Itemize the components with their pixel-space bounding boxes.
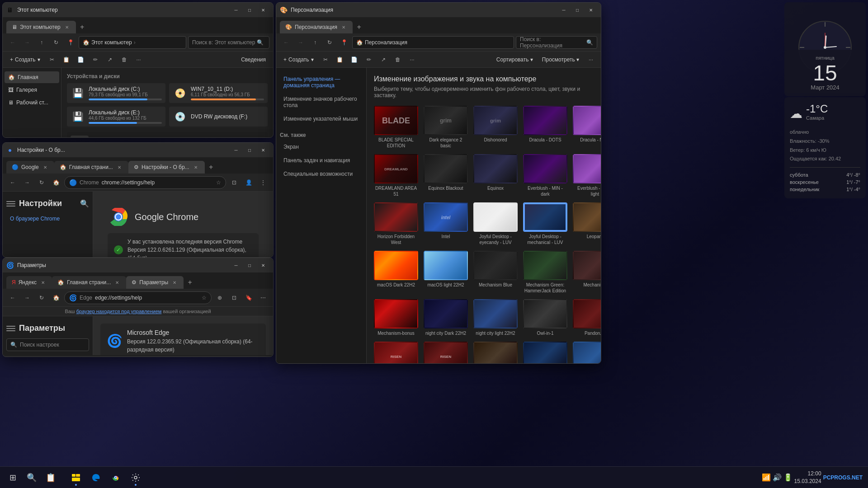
theme-dishonored[interactable]: grim Dishonored [473, 106, 518, 149]
theme-dracula-mac[interactable]: Dracula - MAC [573, 106, 601, 149]
drive-f[interactable]: 💿 DVD RW дисковод (F:) [169, 107, 268, 127]
forward-button[interactable]: → [21, 36, 33, 49]
edge-back[interactable]: ← [6, 291, 19, 304]
start-button[interactable]: ⊞ [4, 469, 22, 487]
theme-intel[interactable]: intel Intel [424, 202, 468, 245]
persona-up[interactable]: ↑ [309, 36, 321, 49]
managed-link[interactable]: браузер находится под управлением [76, 309, 162, 314]
chrome-settings-search-icon[interactable]: 🔍 [80, 199, 89, 208]
edge-home-btn[interactable]: 🏠 [50, 291, 62, 304]
chrome-about-link[interactable]: О браузере Chrome [6, 214, 89, 224]
tray-battery-icon[interactable]: 🔋 [783, 473, 793, 482]
edge-add-fav[interactable]: ⊕ [213, 291, 226, 304]
new-tab-button[interactable]: + [76, 21, 89, 33]
chrome-back[interactable]: ← [6, 176, 19, 189]
persona-delete[interactable]: 🗑 [392, 53, 404, 66]
persona-address-bar[interactable]: 🏠 Персонализация [352, 36, 514, 49]
taskbar-clock[interactable]: 12:00 15.03.2024 [794, 470, 821, 485]
close-button[interactable]: ✕ [257, 5, 269, 14]
theme-macos-dark[interactable]: macOS Dark 22H2 [374, 251, 418, 294]
persona-see-also-taskbar[interactable]: Панель задач и навигация [280, 155, 363, 166]
persona-forward[interactable]: → [294, 36, 307, 49]
persona-back[interactable]: ← [280, 36, 292, 49]
theme-risen-red[interactable]: RISEN Risen red [374, 342, 418, 363]
persona-location[interactable]: 📍 [338, 36, 350, 49]
settings-tab-close[interactable]: ✕ [192, 164, 199, 171]
theme-stealth[interactable]: Stealth-Blue [523, 342, 567, 363]
edge-tab-home[interactable]: 🏠 Главная страни... ✕ [52, 276, 126, 289]
persona-tab[interactable]: 🎨 Персонализация ✕ [280, 21, 353, 33]
persona-tab-close[interactable]: ✕ [340, 23, 347, 31]
rename-button[interactable]: ✏ [89, 53, 102, 66]
theme-everblush-dark[interactable]: Everblush - MIN - dark [523, 154, 567, 197]
edge-settings-close[interactable]: ✕ [171, 279, 178, 286]
theme-mech-blue[interactable]: Mechanism Blue [473, 251, 518, 294]
search-button[interactable]: 🔍 [23, 469, 41, 487]
edge-about-link[interactable]: О программе [6, 355, 89, 355]
chrome-home[interactable]: 🏠 [50, 176, 62, 189]
persona-minimize[interactable]: ─ [557, 5, 570, 14]
sidebar-item-home[interactable]: 🏠 Главная [5, 71, 59, 83]
edge-url-bar[interactable]: 🌀 Edge edge://settings/help ☆ [64, 291, 212, 304]
maximize-button[interactable]: □ [243, 5, 256, 14]
persona-paste[interactable]: 📄 [348, 53, 361, 66]
taskbar-chrome-icon[interactable] [107, 469, 125, 487]
persona-create[interactable]: + Создать ▾ [280, 53, 317, 66]
chrome-tab-home[interactable]: 🏠 Главная страни... ✕ [54, 161, 128, 174]
more-button[interactable]: ··· [132, 53, 145, 66]
taskbar-settings-icon[interactable] [127, 469, 145, 487]
edge-settings-search[interactable]: 🔍 Поиск настроек [6, 338, 89, 351]
persona-see-also-screen[interactable]: Экран [280, 141, 363, 153]
google-tab-close[interactable]: ✕ [42, 164, 49, 171]
persona-more[interactable]: ··· [406, 53, 419, 66]
chrome-new-tab[interactable]: + [205, 161, 217, 174]
cut-button[interactable]: ✂ [46, 53, 58, 66]
chrome-profile[interactable]: 👤 [242, 176, 255, 189]
explorer-tab[interactable]: 🖥 Этот компьютер ✕ [6, 21, 76, 33]
theme-night-dark[interactable]: night city Dark 22H2 [424, 299, 468, 336]
theme-dracula-dots[interactable]: Dracula - DOTS [523, 106, 567, 149]
persona-share[interactable]: ↗ [377, 53, 390, 66]
edge-forward[interactable]: → [21, 291, 33, 304]
theme-blade[interactable]: BLADE BLADE SPECIAL EDITION [374, 106, 418, 149]
theme-leopard[interactable]: Leopard [573, 202, 601, 245]
location-button[interactable]: 📍 [64, 36, 77, 49]
theme-owl[interactable]: Owl-in-1 [523, 299, 567, 336]
chrome-url-bar[interactable]: 🔵 Chrome chrome://settings/help ☆ [64, 176, 226, 189]
theme-mech-green[interactable]: Mechanism Green: HammerJack Edition [523, 251, 567, 294]
edge-workspaces[interactable]: ⊡ [228, 291, 241, 304]
chrome-close[interactable]: ✕ [257, 145, 269, 155]
tab-close-button[interactable]: ✕ [63, 23, 71, 31]
theme-equinox-blackout[interactable]: Equinox Blackout [424, 154, 468, 197]
edge-close[interactable]: ✕ [257, 261, 269, 270]
persona-view[interactable]: Просмотреть ▾ [538, 53, 583, 66]
edge-hamburger-icon[interactable] [6, 324, 15, 333]
theme-night-light[interactable]: night city light 22H2 [473, 299, 518, 336]
sidebar-item-desktop[interactable]: 🖥 Рабочий ст... [5, 97, 59, 108]
sidebar-item-gallery[interactable]: 🖼 Галерея [5, 84, 59, 96]
theme-dreamland[interactable]: DREAMLAND DREAMLAND AREA 51 [374, 154, 418, 197]
persona-sidebar-icons[interactable]: Изменение значков рабочего стола [280, 93, 363, 111]
persona-maximize[interactable]: □ [571, 5, 584, 14]
chrome-tab-google[interactable]: 🔵 Google ✕ [6, 161, 54, 174]
persona-sort[interactable]: Сортировать ▾ [493, 53, 537, 66]
taskbar-edge-icon[interactable] [87, 469, 105, 487]
tray-volume-icon[interactable]: 🔊 [773, 473, 782, 482]
paste-button[interactable]: 📄 [75, 53, 87, 66]
persona-see-also-accessibility[interactable]: Специальные возможности [280, 168, 363, 180]
theme-dark-elegance[interactable]: grim Dark elegance 2 basic [424, 106, 468, 149]
persona-search-bar[interactable]: Поиск в: Персонализация 🔍 [516, 36, 597, 49]
persona-more2[interactable]: ··· [585, 53, 597, 66]
theme-ubuntu[interactable]: Ubuntu Budgie [573, 342, 601, 363]
copy-button[interactable]: 📋 [60, 53, 73, 66]
chrome-menu[interactable]: ⋮ [257, 176, 269, 189]
theme-equinox[interactable]: Equinox [473, 154, 518, 197]
create-button[interactable]: + Создать ▾ [6, 53, 44, 66]
edge-collections[interactable]: 🔖 [242, 291, 255, 304]
edge-tab-yandex[interactable]: Я Яндекс ✕ [6, 276, 52, 289]
persona-copy[interactable]: 📋 [334, 53, 346, 66]
persona-sidebar-panel-home[interactable]: Панель управления — домашняя страница [280, 73, 363, 91]
edge-minimize[interactable]: ─ [230, 261, 242, 270]
drive-d[interactable]: 📀 WIN7_10_11 (D:) 6,11 ГБ свободно из 56… [169, 83, 268, 103]
chrome-forward[interactable]: → [21, 176, 33, 189]
